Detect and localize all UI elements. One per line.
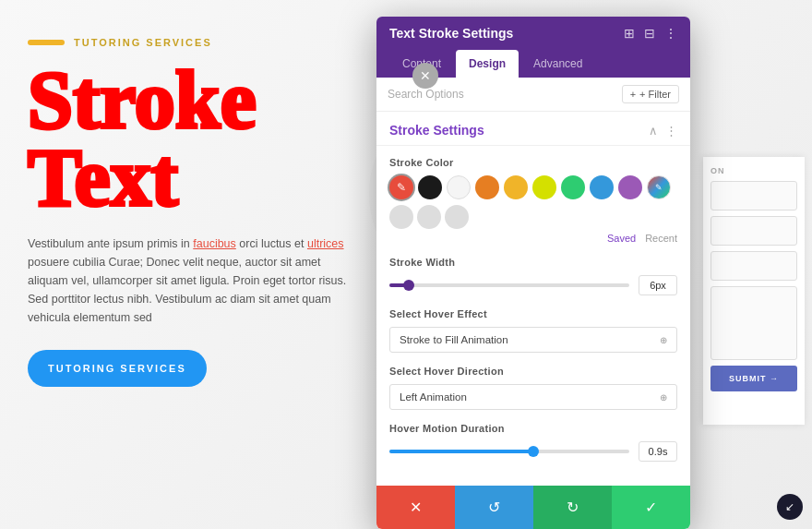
- modal-title: Text Stroke Settings: [389, 26, 513, 41]
- body-paragraph: Vestibulum ante ipsum primis in faucibus…: [28, 234, 351, 327]
- color-swatch-green[interactable]: [561, 175, 585, 199]
- modal-content: Stroke Settings ∧ ⋮ Stroke Color ✎: [376, 112, 690, 486]
- stroke-settings-title: Stroke Settings: [389, 123, 484, 138]
- expand-icon[interactable]: ⊞: [624, 26, 635, 41]
- color-swatches-row: ✎ ✎: [389, 175, 677, 199]
- stroke-line2: Text: [28, 139, 351, 217]
- search-options-text[interactable]: Search Options: [388, 88, 622, 101]
- bottom-nav-circle[interactable]: ↙: [777, 494, 803, 520]
- on-label: ON: [710, 166, 797, 175]
- cancel-icon: ✕: [410, 499, 422, 516]
- stroke-width-label: Stroke Width: [389, 257, 677, 268]
- color-swatch-black[interactable]: [418, 175, 442, 199]
- hover-direction-label: Select Hover Direction: [389, 366, 677, 377]
- right-textarea[interactable]: [710, 286, 797, 360]
- hover-effect-value: Stroke to Fill Animation: [400, 334, 508, 345]
- columns-icon[interactable]: ⊟: [644, 26, 655, 41]
- stroke-line1: Stroke: [28, 62, 351, 139]
- stroke-width-slider-track[interactable]: [389, 283, 629, 287]
- hover-direction-field: Select Hover Direction Left Animation ⊕: [389, 366, 677, 410]
- cancel-button[interactable]: ✕: [376, 486, 455, 529]
- body-link-faucibus[interactable]: faucibus: [193, 237, 236, 250]
- collapse-icon[interactable]: ∧: [649, 124, 658, 138]
- stroke-color-label: Stroke Color: [389, 157, 677, 168]
- right-form-panel: ON SUBMIT →: [703, 157, 805, 425]
- color-swatch-purple[interactable]: [618, 175, 642, 199]
- color-swatch-white[interactable]: [447, 175, 471, 199]
- hover-motion-slider-thumb[interactable]: [528, 446, 539, 457]
- modal-header-icons: ⊞ ⊟ ⋮: [624, 26, 677, 41]
- submit-button[interactable]: SUBMIT →: [710, 366, 797, 391]
- confirm-button[interactable]: ✓: [612, 486, 690, 529]
- hover-direction-select[interactable]: Left Animation ⊕: [389, 384, 677, 410]
- saved-recent-row: Saved Recent: [389, 233, 677, 244]
- tutoring-label: TUTORING SERVICES: [74, 37, 212, 48]
- hover-effect-field: Select Hover Effect Stroke to Fill Anima…: [389, 308, 677, 353]
- color-swatch-gradient[interactable]: ✎: [647, 175, 671, 199]
- tutoring-bar-decoration: [28, 40, 65, 45]
- color-swatch-blue[interactable]: [590, 175, 614, 199]
- text-stroke-settings-modal: Text Stroke Settings ⊞ ⊟ ⋮ Content Desig…: [376, 17, 690, 529]
- stroke-width-slider-row: 6px: [389, 275, 677, 295]
- redo-button[interactable]: ↻: [533, 486, 612, 529]
- hover-motion-slider-row: 0.9s: [389, 441, 677, 462]
- hover-direction-arrow-icon: ⊕: [660, 392, 667, 403]
- color-swatch-orange[interactable]: [475, 175, 499, 199]
- color-extra-dot-1[interactable]: [389, 205, 413, 229]
- modal-footer: ✕ ↺ ↻ ✓: [376, 486, 690, 529]
- tab-advanced[interactable]: Advanced: [520, 50, 595, 78]
- hover-motion-slider-track[interactable]: [389, 450, 629, 453]
- hover-effect-label: Select Hover Effect: [389, 308, 677, 319]
- hover-effect-select[interactable]: Stroke to Fill Animation ⊕: [389, 327, 677, 353]
- redo-icon: ↻: [567, 499, 579, 516]
- more-options-icon[interactable]: ⋮: [664, 26, 677, 41]
- left-content-area: TUTORING SERVICES Stroke Text Vestibulum…: [0, 0, 378, 529]
- panel-close-button[interactable]: ✕: [412, 63, 438, 89]
- hover-motion-field: Hover Motion Duration 0.9s: [389, 423, 677, 462]
- stroke-settings-section-header: Stroke Settings ∧ ⋮: [376, 112, 690, 146]
- undo-button[interactable]: ↺: [455, 486, 533, 529]
- stroke-color-field: Stroke Color ✎ ✎: [389, 157, 677, 244]
- body-link-ultrices[interactable]: ultrices: [307, 237, 344, 250]
- hover-effect-arrow-icon: ⊕: [660, 335, 667, 345]
- color-extra-swatches: [389, 205, 677, 229]
- color-swatch-yellow[interactable]: [532, 175, 556, 199]
- section-more-icon[interactable]: ⋮: [665, 124, 677, 138]
- tutoring-label-row: TUTORING SERVICES: [28, 37, 351, 48]
- right-input-3[interactable]: [710, 251, 797, 281]
- check-icon: ✓: [645, 499, 657, 516]
- hover-motion-label: Hover Motion Duration: [389, 423, 677, 434]
- color-swatch-red[interactable]: ✎: [389, 175, 413, 199]
- saved-label[interactable]: Saved: [607, 233, 636, 244]
- submit-label: SUBMIT →: [729, 374, 779, 383]
- hover-direction-value: Left Animation: [400, 391, 467, 403]
- color-extra-dot-3[interactable]: [445, 205, 469, 229]
- color-swatch-yellow-orange[interactable]: [504, 175, 528, 199]
- right-input-1[interactable]: [710, 181, 797, 210]
- stroke-width-slider-thumb[interactable]: [403, 280, 414, 291]
- tutoring-services-button[interactable]: TUTORING SERVICES: [28, 350, 207, 387]
- color-extra-dot-2[interactable]: [417, 205, 441, 229]
- stroke-width-field: Stroke Width 6px: [389, 257, 677, 295]
- filter-button[interactable]: + + Filter: [622, 85, 679, 103]
- filter-plus-icon: +: [630, 89, 636, 100]
- stroke-settings-body: Stroke Color ✎ ✎: [376, 146, 690, 486]
- tab-design[interactable]: Design: [456, 50, 519, 78]
- modal-header: Text Stroke Settings ⊞ ⊟ ⋮: [376, 17, 690, 50]
- section-header-controls: ∧ ⋮: [649, 124, 677, 138]
- undo-icon: ↺: [488, 499, 500, 516]
- filter-label: + Filter: [639, 89, 671, 100]
- right-input-2[interactable]: [710, 216, 797, 246]
- stroke-heading: Stroke Text: [28, 62, 351, 216]
- hover-motion-slider-fill: [389, 450, 533, 453]
- hover-motion-value[interactable]: 0.9s: [639, 441, 677, 462]
- stroke-width-value[interactable]: 6px: [639, 275, 677, 295]
- recent-label[interactable]: Recent: [645, 233, 677, 244]
